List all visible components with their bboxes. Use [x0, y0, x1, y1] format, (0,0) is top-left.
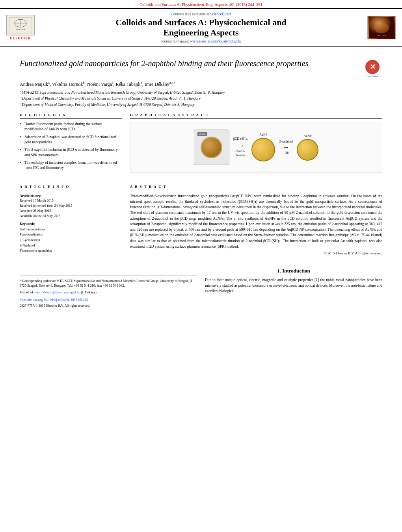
- issn-line: 0927-7757/© 2015 Elsevier B.V. All right…: [20, 303, 197, 308]
- intro-right-col: 1. Introduction Due to their unique opti…: [205, 268, 382, 309]
- highlights-label: H I G H L I G H T S: [20, 113, 122, 119]
- footnote-section: * Corresponding author at: MTA-SZTE Supr…: [20, 276, 197, 309]
- keyword-5: Fluorescence quenching: [20, 248, 52, 252]
- ga-arrow-symbol: →: [236, 141, 244, 149]
- homepage-text: journal homepage: www.elsevier.com/locat…: [40, 39, 362, 43]
- top-bar: Colloids and Surfaces A: Physicochem. En…: [0, 0, 402, 8]
- highlight-item-2: Adsorption of 2-naphtol was detected on …: [20, 135, 122, 145]
- ga-nanoparticle-box: 10 nm: [194, 130, 229, 165]
- intro-text-content: Due to their unique optical, electric, m…: [205, 278, 382, 293]
- ga-aunp-label: AuNP: [259, 133, 267, 137]
- article-title-text: Functionalized gold nanoparticles for 2-…: [20, 58, 359, 69]
- corresponding-author-text: * Corresponding author at: MTA-SZTE Supr…: [20, 279, 193, 288]
- intro-section-title: 1. Introduction: [205, 268, 382, 274]
- email-line: E-mail address: i.dekany@chem.u-szeged.h…: [20, 290, 197, 295]
- ga-label1: βCD-(SH)₂: [233, 137, 248, 141]
- email-note: (I. Dékány).: [81, 290, 97, 294]
- intro-left-col: * Corresponding author at: MTA-SZTE Supr…: [20, 268, 197, 309]
- introduction-section: * Corresponding author at: MTA-SZTE Supr…: [20, 268, 382, 309]
- ga-aunp-circle2: [297, 139, 318, 161]
- history-label: Article history:: [20, 194, 41, 198]
- affiliation-a: a MTA-SZTE Supramolecular and Nanostruct…: [20, 90, 382, 95]
- affiliation-c: c Department of Medical Chemistry, Facul…: [20, 102, 382, 108]
- affiliation-b: b Department of Physical Chemistry and M…: [20, 96, 382, 101]
- abstract-body: Thiol-modified β-cyclodextrin functional…: [130, 194, 382, 248]
- elsevier-logo-image: ELSEVIER: [6, 15, 35, 35]
- abstract-label: A B S T R A C T: [130, 185, 382, 190]
- ga-reagents: HAuCl₄ NaBH₄: [236, 149, 246, 158]
- graphical-abstract-column: G R A P H I C A L A B S T R A C T 10 nm …: [130, 113, 382, 173]
- crossmark-badge: CrossMark: [363, 60, 382, 78]
- elsevier-text: ELSEVIER: [10, 36, 31, 40]
- abstract-text: Thiol-modified β-cyclodextrin functional…: [130, 193, 382, 256]
- article-history: Article history: Received 10 March 2015 …: [20, 193, 122, 219]
- abstract-copyright: © 2015 Elsevier B.V. All rights reserved…: [130, 251, 382, 256]
- highlights-and-graphical-abstract: H I G H L I G H T S Double fluorescent p…: [20, 113, 382, 173]
- ga-scale-bar: 10 nm: [197, 132, 207, 136]
- journal-title: Colloids and Surfaces A: Physicochemical…: [40, 17, 362, 38]
- svg-point-7: [374, 23, 389, 33]
- ga-oh-label: ─OH: [283, 151, 289, 155]
- highlights-column: H I G H L I G H T S Double fluorescent p…: [20, 113, 122, 173]
- ga-diagram: 10 nm βCD-(SH)₂ → HAuCl₄ NaBH₄ AuNP: [194, 130, 318, 165]
- journal-logo-right: COLLOIDS: [366, 16, 397, 39]
- received-date: Received 10 March 2015: [20, 198, 54, 202]
- graphical-abstract-label: G R A P H I C A L A B S T R A C T: [130, 113, 382, 119]
- sciencedirect-link: ScienceDirect: [210, 12, 231, 16]
- available-at-text: Contents lists available at ScienceDirec…: [40, 12, 362, 16]
- accepted-date: Accepted 25 May 2015: [20, 209, 51, 213]
- ga-spiky2: [298, 140, 318, 160]
- info-and-abstract: A R T I C L E I N F O Article history: R…: [20, 185, 382, 256]
- svg-text:COLLOIDS: COLLOIDS: [377, 35, 386, 37]
- article-title: Functionalized gold nanoparticles for 2-…: [20, 58, 359, 69]
- journal-center-info: Contents lists available at ScienceDirec…: [40, 12, 362, 43]
- authors-text: Andrea Majzika, Viktória Hornokb, Noémi …: [20, 82, 175, 87]
- email-label: E-mail address:: [20, 290, 41, 294]
- doi-line: http://dx.doi.org/10.1016/j.colsurfa.201…: [20, 297, 197, 303]
- corresponding-author-note: * Corresponding author at: MTA-SZTE Supr…: [20, 278, 197, 289]
- journal-cover-image: COLLOIDS: [367, 16, 396, 39]
- ga-aunp-circle: [251, 138, 275, 161]
- ga-arrow2: →: [283, 144, 289, 151]
- ga-reaction-section: βCD-(SH)₂ → HAuCl₄ NaBH₄: [233, 137, 248, 158]
- abstract-column: A B S T R A C T Thiol-modified β-cyclode…: [130, 185, 382, 256]
- ga-aunp-section: AuNP: [251, 133, 275, 161]
- journal-reference: Colloids and Surfaces A: Physicochem. En…: [140, 2, 262, 7]
- affiliations-section: a MTA-SZTE Supramolecular and Nanostruct…: [20, 90, 382, 108]
- ga-nanoparticle-circle: [201, 137, 222, 158]
- received-revised-date: Received in revised form 24 May 2015: [20, 204, 72, 208]
- article-info-column: A R T I C L E I N F O Article history: R…: [20, 185, 122, 256]
- homepage-link: www.elsevier.com/locate/colsurfa: [190, 39, 241, 43]
- keyword-4: 2-Naphthol: [20, 243, 35, 247]
- highlight-item-4: The enthalpy of inclusion complex format…: [20, 160, 122, 171]
- graphical-abstract-image: 10 nm βCD-(SH)₂ → HAuCl₄ NaBH₄ AuNP: [130, 122, 382, 173]
- highlight-item-1: Double fluorescent peaks formed during t…: [20, 122, 122, 132]
- journal-header: ELSEVIER ELSEVIER Contents lists availab…: [0, 8, 402, 47]
- crossmark-icon: [365, 60, 380, 74]
- ga-aunp-label2: AuNP: [304, 134, 312, 138]
- intro-two-col: * Corresponding author at: MTA-SZTE Supr…: [20, 268, 382, 309]
- ga-naphthol-label: 2-naphthol: [279, 140, 293, 143]
- section-divider-1: [20, 179, 382, 179]
- authors-line: Andrea Majzika, Viktória Hornokb, Noémi …: [20, 81, 382, 87]
- keywords-label: Keywords:: [20, 222, 35, 226]
- highlights-list: Double fluorescent peaks formed during t…: [20, 122, 122, 171]
- elsevier-logo-left: ELSEVIER ELSEVIER: [5, 15, 36, 40]
- keyword-1: Gold nanoparticles: [20, 227, 45, 231]
- available-online-date: Available online 28 May 2015: [20, 214, 60, 218]
- section-divider-2: [20, 262, 382, 262]
- keywords-section: Keywords: Gold nanoparticles Functionali…: [20, 221, 122, 254]
- keyword-2: Functionalization: [20, 232, 43, 236]
- ga-aunp-final: AuNP: [297, 134, 318, 161]
- intro-body-text: Due to their unique optical, electric, m…: [205, 277, 382, 294]
- ga-aunp-spiky: [252, 139, 274, 161]
- article-content: Functionalized gold nanoparticles for 2-…: [0, 47, 402, 312]
- ga-second-arrow: 2-naphthol → ─OH: [279, 140, 293, 155]
- email-link[interactable]: i.dekany@chem.u-szeged.hu: [41, 290, 80, 294]
- doi-link[interactable]: http://dx.doi.org/10.1016/j.colsurfa.201…: [20, 298, 88, 302]
- svg-text:ELSEVIER: ELSEVIER: [16, 29, 25, 31]
- keyword-3: β-Cyclodextrin: [20, 238, 40, 242]
- crossmark-label: CrossMark: [366, 75, 378, 78]
- highlight-item-3: The 2-naphthol inclusion in βCD was dete…: [20, 147, 122, 158]
- article-title-section: Functionalized gold nanoparticles for 2-…: [20, 58, 382, 78]
